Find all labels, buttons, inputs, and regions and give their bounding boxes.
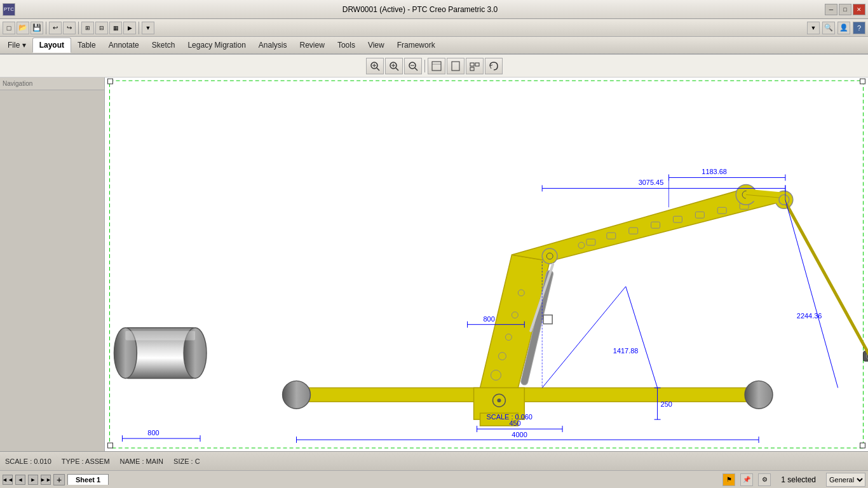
svg-text:2244.36: 2244.36 xyxy=(797,312,822,320)
svg-rect-60 xyxy=(543,315,552,324)
svg-rect-11 xyxy=(432,62,441,71)
display-button[interactable]: ⊟ xyxy=(95,22,108,34)
menu-table[interactable]: Table xyxy=(71,38,102,52)
undo-button[interactable]: ↩ xyxy=(49,22,62,34)
search-icon[interactable]: 🔍 xyxy=(822,22,835,34)
svg-text:800: 800 xyxy=(147,429,159,437)
new-button[interactable]: □ xyxy=(3,22,15,34)
view-normal-button[interactable] xyxy=(428,58,445,74)
svg-text:250: 250 xyxy=(661,400,672,408)
open-button[interactable]: 📂 xyxy=(17,22,29,34)
size-status: SIZE : C xyxy=(173,458,200,465)
bottom-icon-2[interactable]: 📌 xyxy=(740,473,753,486)
svg-text:1417.88: 1417.88 xyxy=(613,347,639,355)
titlebar-left: PTC xyxy=(3,3,15,16)
maximize-button[interactable]: □ xyxy=(839,4,851,15)
save-button[interactable]: 💾 xyxy=(31,22,43,34)
app-icon: PTC xyxy=(3,3,15,16)
regenerate-icon[interactable]: ⚙ xyxy=(758,473,771,486)
svg-point-29 xyxy=(283,381,311,409)
svg-line-1 xyxy=(377,68,379,71)
svg-line-65 xyxy=(784,200,868,361)
menu-layout[interactable]: Layout xyxy=(32,37,71,53)
drawing-svg: 1183.68 3075.45 800 800 2244.36 1417.88 xyxy=(105,78,868,451)
svg-rect-22 xyxy=(108,443,113,448)
account-icon[interactable]: 👤 xyxy=(837,22,850,34)
svg-text:3075.45: 3075.45 xyxy=(639,179,664,186)
view-sheet-button[interactable] xyxy=(447,58,465,74)
svg-rect-23 xyxy=(860,443,865,448)
menubar: File ▾ Layout Table Annotate Sketch Lega… xyxy=(0,37,868,55)
svg-line-85 xyxy=(542,287,626,388)
svg-text:SCALE : 0.060: SCALE : 0.060 xyxy=(487,413,532,421)
selected-text: 1 selected xyxy=(776,475,821,484)
svg-point-42 xyxy=(542,248,557,264)
menu-legacy-migration[interactable]: Legacy Migration xyxy=(181,38,252,52)
svg-line-18 xyxy=(490,66,491,69)
scale-status: SCALE : 0.010 xyxy=(5,458,51,465)
view-mode-button[interactable] xyxy=(466,58,484,74)
svg-rect-21 xyxy=(860,79,865,84)
right-infobar: ⚑ 📌 ⚙ 1 selected General xyxy=(722,473,865,487)
svg-line-5 xyxy=(396,68,398,71)
menu-annotate[interactable]: Annotate xyxy=(102,38,146,52)
svg-point-30 xyxy=(745,381,773,409)
svg-line-86 xyxy=(626,287,658,388)
sheet-next-button[interactable]: ► xyxy=(28,475,38,485)
left-panel: Navigation xyxy=(0,78,105,451)
titlebar: PTC DRW0001 (Active) - PTC Creo Parametr… xyxy=(0,0,868,19)
titlebar-controls[interactable]: ─ □ ✕ xyxy=(825,4,865,15)
menu-review[interactable]: Review xyxy=(294,38,331,52)
extra-button[interactable]: ▦ xyxy=(109,22,122,34)
view-toolbar xyxy=(0,55,868,78)
svg-point-34 xyxy=(497,398,501,402)
svg-rect-27 xyxy=(125,331,195,341)
main-area: Navigation xyxy=(0,78,868,451)
close-button[interactable]: ✕ xyxy=(853,4,865,15)
name-status: NAME : MAIN xyxy=(120,458,163,465)
statusbar: SCALE : 0.010 TYPE : ASSEM NAME : MAIN S… xyxy=(0,451,868,470)
zoom-in-button[interactable] xyxy=(385,58,403,74)
menu-view[interactable]: View xyxy=(362,38,391,52)
redo-button[interactable]: ↪ xyxy=(63,22,76,34)
zoom-out-button[interactable] xyxy=(404,58,422,74)
sheet-last-button[interactable]: ►► xyxy=(41,475,51,485)
svg-text:800: 800 xyxy=(484,315,495,323)
svg-rect-20 xyxy=(108,79,113,84)
sheet-first-button[interactable]: ◄◄ xyxy=(3,475,13,485)
svg-line-83 xyxy=(785,200,838,388)
type-status: TYPE : ASSEM xyxy=(62,458,110,465)
bottom-icon-1[interactable]: ⚑ xyxy=(722,473,735,486)
canvas-area[interactable]: 1183.68 3075.45 800 800 2244.36 1417.88 xyxy=(105,78,868,451)
menu-analysis[interactable]: Analysis xyxy=(252,38,294,52)
sheet-tabs-bar: ◄◄ ◄ ► ►► + Sheet 1 ⚑ 📌 ⚙ 1 selected Gen… xyxy=(0,470,868,488)
titlebar-title: DRW0001 (Active) - PTC Creo Parametric 3… xyxy=(15,5,825,14)
svg-point-66 xyxy=(779,194,789,205)
grid-button[interactable]: ⊞ xyxy=(81,22,94,34)
quick-access-toolbar: □ 📂 💾 ↩ ↪ ⊞ ⊟ ▦ ▶ ▼ ▼ 🔍 👤 ? xyxy=(0,19,868,37)
svg-rect-28 xyxy=(297,388,759,402)
menu-tools[interactable]: Tools xyxy=(331,38,362,52)
help-icon[interactable]: ? xyxy=(853,22,865,34)
separator xyxy=(424,60,425,72)
menu-file[interactable]: File ▾ xyxy=(1,38,32,52)
sheet-prev-button[interactable]: ◄ xyxy=(15,475,25,485)
svg-rect-14 xyxy=(470,63,474,66)
svg-text:1183.68: 1183.68 xyxy=(702,168,727,175)
svg-rect-16 xyxy=(470,67,474,71)
menu-framework[interactable]: Framework xyxy=(391,38,442,52)
minimize-button[interactable]: ─ xyxy=(825,4,837,15)
view-select[interactable]: General xyxy=(826,473,865,487)
chevron-down-icon[interactable]: ▼ xyxy=(807,22,820,34)
menu-sketch[interactable]: Sketch xyxy=(146,38,182,52)
separator xyxy=(46,22,46,34)
custom-button[interactable]: ▼ xyxy=(142,22,154,34)
svg-rect-13 xyxy=(452,62,459,71)
sheet-tab-1[interactable]: Sheet 1 xyxy=(67,474,109,485)
play-button[interactable]: ▶ xyxy=(123,22,136,34)
repaint-button[interactable] xyxy=(485,58,503,74)
svg-line-9 xyxy=(415,68,417,71)
zoom-fit-button[interactable] xyxy=(366,58,384,74)
sheet-add-button[interactable]: + xyxy=(53,474,65,485)
separator3 xyxy=(139,22,139,34)
